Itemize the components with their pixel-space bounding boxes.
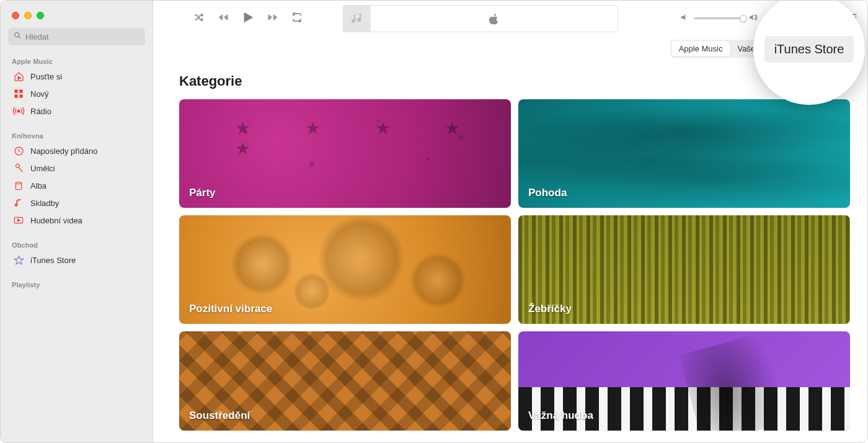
tile-label: Soustředění <box>189 409 250 422</box>
close-window-button[interactable] <box>12 12 19 19</box>
sidebar-item-albums[interactable]: Alba <box>8 177 145 194</box>
tile-label: Pohoda <box>528 187 567 199</box>
section-heading-categories: Kategorie <box>179 73 850 89</box>
svg-line-1 <box>19 37 20 38</box>
svg-rect-3 <box>14 89 17 92</box>
category-tile-classical[interactable]: Vážná hudba <box>518 331 850 431</box>
svg-marker-2 <box>18 76 20 79</box>
volume-control[interactable] <box>680 13 758 24</box>
svg-marker-16 <box>224 14 228 20</box>
category-tile-charts[interactable]: Žebříčky <box>518 215 850 324</box>
play-button[interactable] <box>241 10 255 27</box>
next-button[interactable] <box>266 12 280 25</box>
window-controls <box>1 1 153 28</box>
svg-marker-14 <box>14 256 23 264</box>
play-home-icon <box>13 71 24 82</box>
sidebar-item-itunes-store[interactable]: iTunes Store <box>8 251 145 269</box>
sidebar-item-label: Umělci <box>30 164 55 173</box>
sidebar-item-label: Naposledy přidáno <box>30 146 97 156</box>
sidebar-item-new[interactable]: Nový <box>8 85 145 102</box>
svg-marker-20 <box>681 14 685 20</box>
svg-marker-15 <box>219 14 223 20</box>
category-tile-focus[interactable]: Soustředění <box>179 331 511 431</box>
app-window: Apple Music Pusťte si Nový Rádio Knihovn… <box>0 0 868 443</box>
sidebar-item-label: Nový <box>30 89 49 99</box>
volume-low-icon <box>680 13 689 24</box>
mic-icon <box>13 163 24 174</box>
sidebar-heading-library: Knihovna <box>8 128 145 142</box>
volume-thumb[interactable] <box>740 15 747 22</box>
tile-label: Žebříčky <box>528 303 572 315</box>
svg-rect-6 <box>19 94 22 97</box>
content-area: Kategorie Párty Pohoda Pozitivní vibrace… <box>153 36 867 431</box>
category-tile-chill[interactable]: Pohoda <box>518 99 850 208</box>
fullscreen-window-button[interactable] <box>37 12 44 19</box>
svg-point-11 <box>15 204 17 206</box>
sidebar-item-listen-now[interactable]: Pusťte si <box>8 68 145 85</box>
search-input[interactable] <box>25 32 140 42</box>
svg-rect-5 <box>14 94 17 97</box>
apple-logo-icon <box>371 12 618 25</box>
minimize-window-button[interactable] <box>24 12 32 19</box>
search-icon <box>13 31 22 42</box>
category-tile-vibes[interactable]: Pozitivní vibrace <box>179 215 511 324</box>
sidebar-item-label: Rádio <box>30 107 51 116</box>
sidebar-heading-playlists: Playlisty <box>8 277 145 291</box>
previous-button[interactable] <box>216 12 230 25</box>
grid-icon <box>13 88 24 99</box>
repeat-button[interactable] <box>291 12 303 25</box>
tile-label: Vážná hudba <box>528 409 593 422</box>
search-field[interactable] <box>8 28 145 45</box>
svg-marker-19 <box>273 14 278 20</box>
sidebar-item-label: Skladby <box>30 199 59 208</box>
tile-label: Pozitivní vibrace <box>189 303 272 315</box>
shuffle-button[interactable] <box>193 12 205 25</box>
player-controls <box>193 10 303 27</box>
main-content: Apple Music Vaše knihovna iTunes Store K… <box>153 1 867 442</box>
sidebar-item-recently-added[interactable]: Naposledy přidáno <box>8 142 145 159</box>
sidebar-item-artists[interactable]: Umělci <box>8 159 145 177</box>
album-art-placeholder <box>343 5 371 32</box>
svg-rect-4 <box>19 89 22 92</box>
clock-icon <box>13 145 24 156</box>
category-grid: Párty Pohoda Pozitivní vibrace Žebříčky … <box>179 99 850 431</box>
callout-label: iTunes Store <box>764 36 854 63</box>
video-icon <box>13 215 24 226</box>
volume-high-icon <box>748 13 758 24</box>
svg-marker-17 <box>244 12 254 22</box>
volume-slider[interactable] <box>694 17 743 19</box>
note-icon <box>13 197 24 208</box>
category-tile-party[interactable]: Párty <box>179 99 511 208</box>
svg-point-0 <box>15 33 19 37</box>
segment-apple-music[interactable]: Apple Music <box>671 41 730 56</box>
album-icon <box>13 180 24 191</box>
star-icon <box>13 254 24 266</box>
radio-icon <box>13 105 24 117</box>
sidebar-item-label: Alba <box>30 181 46 190</box>
sidebar-item-music-videos[interactable]: Hudební videa <box>8 212 145 229</box>
svg-marker-13 <box>18 219 20 222</box>
sidebar: Apple Music Pusťte si Nový Rádio Knihovn… <box>1 1 153 442</box>
sidebar-heading-apple-music: Apple Music <box>8 54 145 68</box>
sidebar-item-radio[interactable]: Rádio <box>8 102 145 120</box>
tile-label: Párty <box>189 187 216 199</box>
svg-marker-21 <box>750 14 753 20</box>
svg-rect-10 <box>16 182 21 189</box>
sidebar-heading-store: Obchod <box>8 238 145 251</box>
now-playing-display[interactable] <box>343 5 618 32</box>
sidebar-item-label: Hudební videa <box>30 216 82 225</box>
sidebar-item-songs[interactable]: Skladby <box>8 194 145 212</box>
svg-marker-18 <box>268 14 273 20</box>
sidebar-item-label: iTunes Store <box>30 256 76 265</box>
svg-point-7 <box>17 110 20 112</box>
sidebar-item-label: Pusťte si <box>30 72 62 81</box>
